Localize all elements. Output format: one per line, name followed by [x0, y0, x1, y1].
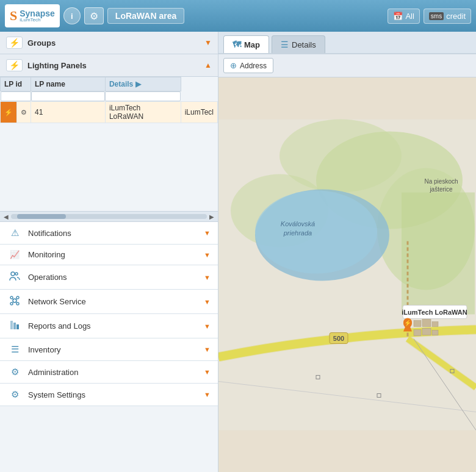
header: S Synapse iLumTech i ⚙ LoRaWAN area 📅 Al… — [0, 0, 476, 32]
sidebar-item-monitoring[interactable]: 📈 Monitoring ▼ — [0, 245, 218, 265]
lp-name-filter[interactable] — [31, 91, 106, 101]
content-area: 🗺 Map ☰ Details ⊕ Address — [218, 32, 476, 472]
sidebar-item-administration[interactable]: ⚙ Administration ▼ — [0, 361, 218, 384]
marker-bolt-icon: ⚡ — [404, 319, 412, 327]
notifications-arrow-icon: ▼ — [204, 229, 211, 237]
svg-rect-19 — [402, 193, 475, 315]
horizontal-scrollbar[interactable]: ◀ ▶ — [0, 211, 218, 222]
main-layout: ⚡ Groups ▼ ⚡ Lighting Panels ▲ LP id LP … — [0, 32, 476, 472]
marker-label-text: iLumTech LoRaWAN — [402, 309, 467, 316]
svg-rect-25 — [432, 322, 438, 327]
na-pieskoch-label: Na pieskoch — [424, 178, 458, 185]
sidebar-item-operations[interactable]: Operations ▼ — [0, 265, 218, 290]
calendar-icon: 📅 — [393, 12, 403, 21]
logo-ilumtech: iLumTech — [20, 18, 55, 23]
lighting-panels-arrow-icon: ▲ — [204, 61, 212, 70]
svg-point-3 — [10, 296, 13, 299]
lp-id-header: LP id — [1, 77, 31, 91]
lp-id-filter[interactable] — [1, 91, 31, 101]
map-svg: Koválovská priehrada Na pieskoch jašteri… — [218, 77, 476, 472]
scroll-left-arrow[interactable]: ◀ — [1, 213, 11, 220]
notifications-icon: ⚠ — [7, 227, 22, 238]
scrollbar-track[interactable] — [11, 214, 207, 219]
lighting-panels-label: Lighting Panels — [27, 61, 204, 70]
tab-map-label: Map — [244, 40, 260, 49]
notifications-label: Notifications — [28, 229, 204, 238]
svg-point-5 — [10, 302, 13, 305]
all-button[interactable]: 📅 All — [388, 9, 419, 24]
reports-logs-icon — [7, 320, 22, 332]
all-label: All — [405, 12, 414, 21]
svg-rect-27 — [422, 329, 431, 335]
credit-button[interactable]: sms credit — [424, 9, 471, 24]
address-label: Address — [240, 62, 267, 70]
tab-details[interactable]: ☰ Details — [272, 35, 325, 53]
row-details: iLumTecl — [181, 102, 217, 123]
svg-point-1 — [15, 273, 18, 275]
lp-bolt-icon: ⚡ — [6, 59, 23, 71]
row-bolt-icon: ⚡ — [4, 109, 13, 116]
nav-items: ⚠ Notifications ▼ 📈 Monitoring ▼ — [0, 222, 218, 472]
info-button[interactable]: i — [63, 7, 81, 24]
svg-rect-24 — [422, 320, 431, 327]
network-service-arrow-icon: ▼ — [204, 298, 211, 306]
map-area: Koválovská priehrada Na pieskoch jašteri… — [218, 77, 476, 472]
address-button[interactable]: ⊕ Address — [223, 58, 273, 73]
details-header[interactable]: Details ▶ — [105, 77, 181, 91]
bolt-icon: ⚡ — [6, 37, 23, 49]
logo-synapse: Synapse — [20, 9, 55, 18]
row-name: iLumTech LoRaWAN — [105, 102, 181, 123]
administration-icon: ⚙ — [7, 367, 22, 377]
reservoir-label2: priehrada — [283, 229, 312, 237]
table-row[interactable]: ⚡ ⚙ 41 iLumTech LoRaWAN iLumTecl — [1, 102, 218, 123]
operations-arrow-icon: ▼ — [204, 274, 211, 281]
tab-details-label: Details — [292, 40, 316, 49]
lighting-panels-section-header[interactable]: ⚡ Lighting Panels ▲ — [0, 54, 218, 77]
tab-map[interactable]: 🗺 Map — [223, 35, 269, 53]
inventory-icon: ☰ — [7, 344, 22, 355]
sidebar-item-notifications[interactable]: ⚠ Notifications ▼ — [0, 222, 218, 245]
operations-icon — [7, 271, 22, 284]
sidebar-item-system-settings[interactable]: ⚙ System Settings ▼ — [0, 384, 218, 406]
operations-label: Operations — [28, 273, 204, 282]
system-settings-icon: ⚙ — [7, 389, 22, 400]
groups-arrow-icon: ▼ — [204, 38, 212, 47]
network-service-icon — [7, 295, 22, 308]
address-icon: ⊕ — [230, 61, 237, 70]
monitoring-arrow-icon: ▼ — [204, 251, 211, 259]
sidebar-item-inventory[interactable]: ☰ Inventory ▼ — [0, 338, 218, 361]
jasterice-label: jašterice — [429, 186, 453, 193]
system-settings-label: System Settings — [28, 390, 204, 399]
map-toolbar: ⊕ Address — [218, 54, 476, 77]
sms-icon: sms — [429, 12, 444, 20]
lp-name-header: LP name — [31, 77, 106, 91]
svg-rect-11 — [10, 321, 13, 329]
logo-s-letter: S — [10, 8, 17, 24]
lp-table: LP id LP name Details ▶ ⚡ ⚙ 41 — [0, 77, 218, 211]
settings-button[interactable]: ⚙ — [84, 7, 104, 24]
reports-logs-label: Reports and Logs — [28, 321, 204, 331]
svg-point-21 — [255, 191, 377, 274]
lorawan-label: LoRaWAN area — [107, 8, 184, 24]
credit-label: credit — [446, 12, 466, 21]
svg-rect-26 — [414, 330, 421, 336]
row-gear-icon: ⚙ — [21, 109, 27, 116]
svg-point-6 — [16, 302, 19, 305]
groups-section-header[interactable]: ⚡ Groups ▼ — [0, 32, 218, 54]
svg-point-4 — [16, 296, 19, 299]
inventory-label: Inventory — [28, 345, 204, 354]
sidebar: ⚡ Groups ▼ ⚡ Lighting Panels ▲ LP id LP … — [0, 32, 218, 472]
sidebar-item-network-service[interactable]: Network Service ▼ — [0, 290, 218, 314]
network-service-label: Network Service — [28, 297, 204, 306]
lp-details-filter[interactable] — [105, 91, 181, 101]
logo: S Synapse iLumTech — [5, 4, 60, 27]
administration-arrow-icon: ▼ — [204, 368, 211, 376]
row-id: 41 — [31, 102, 106, 123]
sidebar-item-reports-logs[interactable]: Reports and Logs ▼ — [0, 314, 218, 338]
scrollbar-thumb[interactable] — [17, 214, 66, 219]
monitoring-icon: 📈 — [7, 250, 22, 259]
administration-label: Administration — [28, 368, 204, 377]
groups-label: Groups — [27, 38, 204, 48]
scroll-right-arrow[interactable]: ▶ — [207, 213, 217, 220]
svg-rect-12 — [13, 323, 16, 329]
